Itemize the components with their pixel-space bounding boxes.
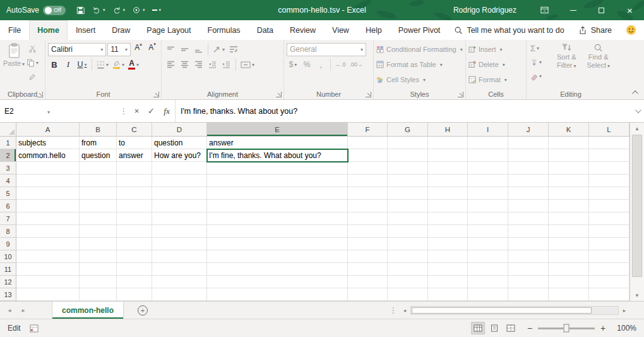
cell-A6[interactable] [16,200,80,212]
cell-C7[interactable] [117,212,152,225]
column-header-L[interactable]: L [589,123,629,137]
cell-C12[interactable] [117,276,152,288]
cell-C11[interactable] [117,263,152,276]
column-header-J[interactable]: J [508,123,549,137]
cell-B1[interactable]: from [80,137,117,149]
zoom-in-button[interactable]: + [600,323,606,333]
cell-G6[interactable] [388,200,428,212]
increase-decimal-button[interactable]: ←.0 [334,58,347,71]
column-header-B[interactable]: B [80,123,117,137]
cell-G9[interactable] [388,238,428,250]
cell-G5[interactable] [388,187,428,200]
cell-H12[interactable] [428,276,468,288]
cell-E3[interactable] [207,162,348,175]
format-painter-button[interactable] [25,70,40,83]
share-button[interactable]: Share [578,26,612,35]
cell-I3[interactable] [468,162,508,175]
clipboard-dialog-launcher[interactable] [37,92,43,97]
name-box[interactable]: E2 [0,100,54,122]
cell-J5[interactable] [508,187,549,200]
vertical-scrollbar[interactable]: ▲ ▼ [629,123,644,301]
cell-G8[interactable] [388,225,428,238]
tab-view[interactable]: View [324,20,357,40]
macro-record-button[interactable] [30,324,39,333]
align-right-button[interactable] [192,58,205,71]
column-header-D[interactable]: D [152,123,207,137]
cell-F6[interactable] [348,200,388,212]
maximize-button[interactable] [587,0,616,20]
cell-H2[interactable] [428,149,468,162]
cell-H5[interactable] [428,187,468,200]
save-button[interactable] [76,6,85,15]
zoom-out-button[interactable]: − [527,323,533,333]
tab-scrollbar-splitter[interactable]: ⋮ [388,306,399,315]
cell-C6[interactable] [117,200,152,212]
tab-help[interactable]: Help [357,20,390,40]
cell-A7[interactable] [16,212,80,225]
row-header-1[interactable]: 1 [0,137,16,149]
cell-G10[interactable] [388,250,428,263]
cell-C3[interactable] [117,162,152,175]
cell-E4[interactable] [207,175,348,187]
cell-H8[interactable] [428,225,468,238]
bottom-align-button[interactable] [192,43,205,56]
font-color-button[interactable]: A [127,58,140,71]
tab-home[interactable]: Home [29,20,68,40]
cell-C13[interactable] [117,288,152,301]
wrap-text-button[interactable] [227,43,240,56]
cell-B5[interactable] [80,187,117,200]
select-all-corner[interactable] [0,123,16,137]
cell-J8[interactable] [508,225,549,238]
row-header-11[interactable]: 11 [0,263,16,276]
cell-L10[interactable] [589,250,629,263]
feedback-smiley-button[interactable] [626,25,636,35]
cell-L12[interactable] [589,276,629,288]
previous-sheet-icon[interactable]: ◂ [3,302,16,319]
cell-C10[interactable] [117,250,152,263]
cell-B10[interactable] [80,250,117,263]
normal-view-button[interactable] [471,322,485,334]
cell-L5[interactable] [589,187,629,200]
cell-E2[interactable]: I'm fine, thanks. What about you? [207,149,348,162]
insert-function-button[interactable]: fx [158,100,175,122]
conditional-formatting-button[interactable]: Conditional Formatting [376,42,463,57]
cell-H1[interactable] [428,137,468,149]
column-header-F[interactable]: F [348,123,388,137]
tab-file[interactable]: File [0,20,29,40]
cell-D8[interactable] [152,225,207,238]
tab-formulas[interactable]: Formulas [200,20,249,40]
column-header-K[interactable]: K [549,123,589,137]
next-sheet-icon[interactable]: ▸ [16,302,30,319]
merge-center-button[interactable] [239,58,256,71]
find-select-button[interactable]: Find & Select [584,42,612,83]
cell-D10[interactable] [152,250,207,263]
tab-page-layout[interactable]: Page Layout [138,20,199,40]
cell-B9[interactable] [80,238,117,250]
cell-A5[interactable] [16,187,80,200]
cell-L1[interactable] [589,137,629,149]
row-header-5[interactable]: 5 [0,187,16,200]
scroll-right-icon[interactable]: ▸ [619,302,630,319]
decrease-decimal-button[interactable]: .00→ [349,58,365,71]
redo-button[interactable] [112,6,126,15]
cell-G1[interactable] [388,137,428,149]
cell-E13[interactable] [207,288,348,301]
cell-I13[interactable] [468,288,508,301]
cell-I12[interactable] [468,276,508,288]
cell-L2[interactable] [589,149,629,162]
new-sheet-button[interactable]: + [138,305,148,316]
tab-data[interactable]: Data [249,20,282,40]
enter-button[interactable]: ✓ [144,100,158,122]
cell-C1[interactable]: to [117,137,152,149]
comma-style-button[interactable]: , [314,58,327,71]
underline-button[interactable]: U [76,58,88,71]
cell-J9[interactable] [508,238,549,250]
minimize-button[interactable] [559,0,587,20]
cancel-button[interactable]: × [129,100,144,122]
cell-I5[interactable] [468,187,508,200]
column-header-H[interactable]: H [428,123,468,137]
cell-H13[interactable] [428,288,468,301]
cell-A9[interactable] [16,238,80,250]
zoom-slider-thumb[interactable] [564,324,569,333]
cell-J13[interactable] [508,288,549,301]
